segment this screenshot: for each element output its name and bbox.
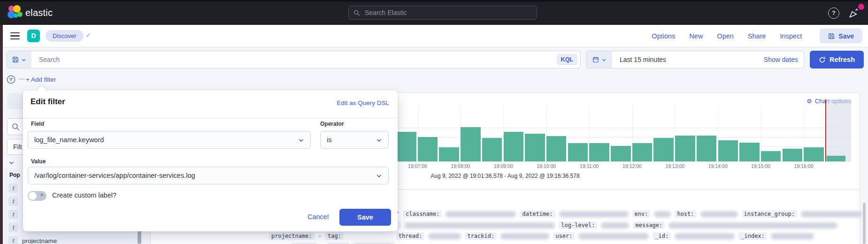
vertical-scrollbar[interactable]	[863, 203, 866, 244]
global-search[interactable]	[348, 6, 537, 20]
dialog-save-button[interactable]: Save	[339, 209, 391, 226]
operator-select[interactable]: is	[320, 131, 389, 149]
histogram-bar[interactable]	[589, 143, 609, 161]
add-filter-link[interactable]: + Add filter	[26, 76, 56, 83]
field-name-pill[interactable]: user:	[553, 232, 575, 240]
field-type-icon: t	[8, 210, 18, 219]
header-link-share[interactable]: Share	[748, 32, 766, 40]
help-icon[interactable]: ?	[828, 8, 839, 19]
field-select[interactable]: log_file_name.keyword	[28, 131, 311, 149]
redacted-value	[405, 222, 555, 229]
x-axis-tick-label: 19:14:00	[701, 163, 734, 169]
elastic-logo-icon[interactable]	[8, 5, 23, 20]
document-row[interactable]: :log-level:message:	[393, 221, 837, 229]
sidebar-field-item[interactable]: t	[8, 197, 18, 206]
histogram-bar[interactable]	[632, 143, 653, 161]
checkmark-icon[interactable]: ✓	[85, 31, 92, 39]
saved-query-menu-button[interactable]	[7, 51, 32, 69]
brand-title: elastic	[25, 8, 53, 18]
field-name-pill[interactable]: instance_group:	[742, 210, 797, 218]
document-row[interactable]: 'classname:datetime:env:host:instance_gr…	[396, 210, 862, 218]
date-picker-quick-menu[interactable]	[586, 51, 613, 69]
chevron-down-icon	[376, 173, 382, 179]
histogram-bar[interactable]	[653, 138, 674, 161]
sidebar-field-item[interactable]: t	[8, 223, 18, 232]
kql-language-button[interactable]: KQL	[557, 54, 577, 65]
breadcrumb[interactable]: Discover	[46, 30, 84, 42]
toggle-off-icon: ×	[40, 191, 44, 198]
document-row[interactable]: projectname:-tag:thread:trackid:user:_id…	[269, 232, 814, 240]
histogram-bar[interactable]	[439, 147, 459, 161]
histogram-bar[interactable]	[611, 146, 631, 161]
dialog-title: Edit filter	[31, 97, 65, 107]
menu-icon[interactable]	[10, 32, 20, 39]
filter-set-icon[interactable]	[7, 75, 15, 84]
show-dates-link[interactable]: Show dates	[764, 56, 798, 63]
histogram-bar[interactable]	[482, 138, 502, 161]
field-name-pill[interactable]: message:	[633, 221, 665, 229]
cancel-button[interactable]: Cancel	[307, 213, 329, 221]
refresh-button[interactable]: Refresh	[810, 51, 864, 69]
x-axis-tick-label: 19:10:00	[530, 163, 563, 169]
custom-label-toggle[interactable]: ×	[28, 191, 46, 201]
field-name-pill[interactable]: host:	[675, 210, 696, 218]
field-name-pill[interactable]: thread:	[396, 232, 425, 240]
header-link-options[interactable]: Options	[652, 32, 675, 40]
newsfeed-icon[interactable]	[848, 7, 860, 19]
sidebar-field-item[interactable]: t	[8, 210, 18, 219]
histogram-bar[interactable]	[504, 132, 524, 161]
header-link-inspect[interactable]: Inspect	[780, 32, 802, 40]
gear-icon: ⚙	[807, 98, 812, 105]
field-type-icon: t	[8, 236, 18, 244]
histogram-bar[interactable]	[675, 136, 695, 161]
field-name-pill[interactable]: env:	[632, 210, 651, 218]
field-type-icon: t	[8, 223, 18, 232]
time-range-value[interactable]: Last 15 minutes	[618, 56, 764, 63]
histogram-bar[interactable]	[761, 151, 781, 161]
current-time-marker	[825, 99, 826, 161]
field-name-pill[interactable]: _index:	[738, 232, 767, 240]
window-top-edge	[0, 0, 868, 1]
field-name-pill[interactable]: trackid:	[465, 232, 497, 240]
histogram-bar[interactable]	[804, 147, 824, 161]
field-type-icon: t	[8, 183, 18, 193]
histogram-bar[interactable]	[396, 132, 416, 161]
histogram-bar[interactable]	[525, 134, 545, 161]
field-select-value: log_file_name.keyword	[34, 136, 298, 144]
partial-bucket-shade	[826, 99, 851, 161]
field-label: Field	[31, 121, 44, 127]
query-input[interactable]	[31, 56, 557, 63]
histogram-bar[interactable]	[783, 149, 803, 161]
histogram-bar[interactable]	[827, 156, 845, 161]
histogram-bar[interactable]	[697, 136, 717, 161]
histogram-bar[interactable]	[739, 143, 760, 161]
value-select[interactable]: /var/log/container-services/app/containe…	[28, 167, 389, 184]
time-range-control[interactable]: Last 15 minutes Show dates	[612, 51, 804, 69]
header-link-open[interactable]: Open	[717, 32, 733, 40]
edit-as-query-dsl-link[interactable]: Edit as Query DSL	[337, 99, 389, 107]
chart-plot[interactable]: 19:07:0019:08:0019:09:0019:10:0019:11:00…	[396, 106, 851, 162]
histogram-bar[interactable]	[718, 140, 738, 161]
save-query-icon	[12, 56, 19, 63]
field-name-pill[interactable]: projectname:	[269, 232, 315, 240]
sidebar-field-item-projectname[interactable]: tprojectname	[8, 236, 57, 244]
calendar-icon	[592, 56, 599, 63]
redacted-value	[428, 233, 461, 239]
header-link-new[interactable]: New	[689, 32, 703, 40]
sidebar-field-item[interactable]: t	[8, 183, 18, 193]
field-name-pill[interactable]: _id:	[653, 232, 671, 240]
global-search-input[interactable]	[364, 8, 532, 17]
x-axis-tick-label: 19:13:00	[659, 163, 691, 169]
field-name-pill[interactable]: tag:	[325, 232, 344, 240]
histogram-bar[interactable]	[546, 136, 567, 161]
operator-select-value: is	[327, 136, 376, 144]
histogram-bar[interactable]	[461, 127, 481, 161]
field-name-pill[interactable]: datetime:	[520, 210, 555, 218]
histogram-bar[interactable]	[418, 137, 438, 161]
app-badge[interactable]: D	[27, 30, 40, 42]
chevron-down-icon[interactable]	[8, 160, 15, 166]
field-name-pill[interactable]: log-level:	[559, 221, 597, 229]
histogram-bar[interactable]	[568, 143, 588, 161]
field-name-pill[interactable]: classname:	[403, 210, 442, 218]
save-button[interactable]: Save	[820, 29, 862, 43]
